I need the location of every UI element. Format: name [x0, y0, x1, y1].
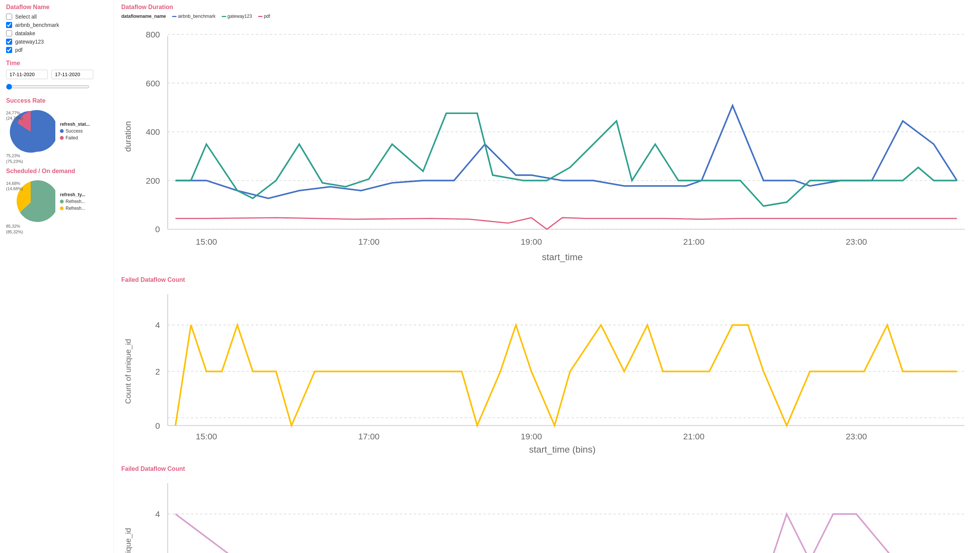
duration-chart-box: 0 200 400 600 800 duration 15:00 17:00 1…: [121, 21, 972, 269]
svg-text:17:00: 17:00: [358, 237, 379, 246]
checkbox-pdf-input[interactable]: [6, 47, 12, 53]
scheduled-section: Scheduled / On demand 14,68%(14,68%) 85,…: [6, 168, 107, 227]
checkbox-pdf[interactable]: pdf: [6, 47, 107, 53]
svg-text:19:00: 19:00: [521, 237, 542, 246]
legend-refresh-teal: Refresh...: [60, 199, 85, 204]
svg-text:200: 200: [146, 176, 160, 186]
failed-count2-svg: 0 2 4 Count of unique_id 19:00 20:00 21:…: [121, 475, 972, 553]
checkbox-select-all[interactable]: Select all: [6, 14, 107, 20]
svg-text:400: 400: [146, 127, 160, 137]
scheduled-chart-wrapper: 14,68%(14,68%) 85,32%(85,32%) refresh_ty…: [6, 178, 107, 227]
duration-legend: dataflowname_name airbnb_benchmark gatew…: [121, 14, 972, 19]
duration-legend-label: dataflowname_name: [121, 14, 166, 19]
legend-label-teal: Refresh...: [65, 199, 85, 204]
svg-text:800: 800: [146, 30, 160, 40]
date-to-input[interactable]: [51, 70, 93, 79]
sidebar: Dataflow Name Select all airbnb_benchmar…: [0, 0, 114, 553]
scheduled-pct-yellow: 14,68%(14,68%): [6, 181, 23, 192]
scheduled-title: Scheduled / On demand: [6, 168, 107, 175]
legend-dot-success: [60, 129, 64, 133]
svg-text:Count of unique_id: Count of unique_id: [124, 339, 133, 404]
legend-success: Success: [60, 129, 90, 134]
checkbox-gateway-label: gateway123: [15, 39, 44, 45]
legend-airbnb: airbnb_benchmark: [172, 14, 216, 19]
time-title: Time: [6, 60, 107, 67]
scheduled-legend-title: refresh_ty...: [60, 192, 85, 197]
svg-text:0: 0: [155, 225, 160, 234]
time-slider[interactable]: [6, 84, 89, 90]
dataflow-name-title: Dataflow Name: [6, 4, 107, 11]
main-content: Dataflow Duration dataflowname_name airb…: [114, 0, 980, 553]
failed-count1-section: Failed Dataflow Count 0 2 4 Count of uni…: [121, 276, 972, 458]
checkbox-gateway-input[interactable]: [6, 39, 12, 45]
checkbox-datalake-input[interactable]: [6, 30, 12, 37]
svg-text:start_time: start_time: [542, 252, 583, 262]
success-rate-chart-wrapper: 24,77%(24,77%) 75,23%(75,23%) refresh_st…: [6, 107, 107, 156]
success-rate-section: Success Rate 24,77%: [6, 97, 107, 156]
time-section: Time: [6, 60, 107, 90]
success-rate-pie: 24,77%(24,77%) 75,23%(75,23%): [6, 107, 55, 156]
legend-label-failed: Failed: [65, 135, 78, 140]
legend-refresh-yellow: Refresh...: [60, 206, 85, 211]
duration-svg: 0 200 400 600 800 duration 15:00 17:00 1…: [121, 21, 972, 268]
success-rate-legend: refresh_stat... Success Failed: [60, 122, 90, 142]
success-rate-pct-failed: 24,77%(24,77%): [6, 110, 23, 121]
failed-count2-box: 0 2 4 Count of unique_id 19:00 20:00 21:…: [121, 475, 972, 553]
checkbox-airbnb-label: airbnb_benchmark: [15, 22, 59, 28]
legend-label-yellow: Refresh...: [65, 206, 85, 211]
duration-chart-section: Dataflow Duration dataflowname_name airb…: [121, 4, 972, 269]
date-from-input[interactable]: [6, 70, 48, 79]
failed-count2-title: Failed Dataflow Count: [121, 466, 972, 472]
legend-gateway: gateway123: [222, 14, 252, 19]
checkbox-datalake-label: datalake: [15, 30, 35, 37]
checkbox-airbnb-input[interactable]: [6, 22, 12, 28]
svg-text:duration: duration: [123, 121, 133, 152]
checkbox-select-all-label: Select all: [15, 14, 37, 20]
failed-count1-svg: 0 2 4 Count of unique_id 15:00 17:00 19:…: [121, 286, 972, 456]
svg-text:4: 4: [155, 321, 160, 330]
svg-text:600: 600: [146, 79, 160, 88]
scheduled-legend: refresh_ty... Refresh... Refresh...: [60, 192, 85, 213]
checkbox-datalake[interactable]: datalake: [6, 30, 107, 37]
svg-text:0: 0: [155, 421, 160, 431]
svg-text:15:00: 15:00: [196, 432, 217, 442]
legend-label-success: Success: [65, 129, 83, 134]
svg-text:Count of unique_id: Count of unique_id: [124, 528, 133, 553]
checkbox-gateway[interactable]: gateway123: [6, 39, 107, 45]
svg-text:21:00: 21:00: [683, 432, 705, 442]
checkbox-pdf-label: pdf: [15, 47, 22, 53]
svg-text:15:00: 15:00: [196, 237, 217, 246]
svg-text:17:00: 17:00: [358, 432, 379, 442]
slider-container: [6, 84, 107, 90]
svg-text:start_time (bins): start_time (bins): [529, 444, 596, 454]
legend-pdf: pdf: [258, 14, 270, 19]
failed-count1-title: Failed Dataflow Count: [121, 276, 972, 283]
svg-text:2: 2: [155, 367, 160, 377]
svg-text:23:00: 23:00: [846, 432, 867, 442]
svg-text:23:00: 23:00: [846, 237, 867, 246]
failed-count1-box: 0 2 4 Count of unique_id 15:00 17:00 19:…: [121, 286, 972, 458]
checkbox-select-all-input[interactable]: [6, 14, 12, 20]
legend-dot-failed: [60, 136, 64, 140]
scheduled-pct-teal: 85,32%(85,32%): [6, 224, 23, 234]
success-rate-title: Success Rate: [6, 97, 107, 104]
legend-dot-teal: [60, 200, 64, 203]
legend-dot-yellow: [60, 207, 64, 210]
scheduled-pie: 14,68%(14,68%) 85,32%(85,32%): [6, 178, 55, 227]
svg-text:19:00: 19:00: [521, 432, 542, 442]
duration-chart-title: Dataflow Duration: [121, 4, 972, 11]
success-rate-legend-title: refresh_stat...: [60, 122, 90, 127]
legend-failed: Failed: [60, 135, 90, 140]
svg-text:21:00: 21:00: [683, 237, 705, 246]
time-inputs: [6, 70, 107, 79]
failed-count2-section: Failed Dataflow Count 0 2 4 Count of uni…: [121, 466, 972, 553]
success-rate-pct-success: 75,23%(75,23%): [6, 153, 23, 164]
checkbox-airbnb[interactable]: airbnb_benchmark: [6, 22, 107, 28]
svg-text:4: 4: [155, 509, 160, 519]
